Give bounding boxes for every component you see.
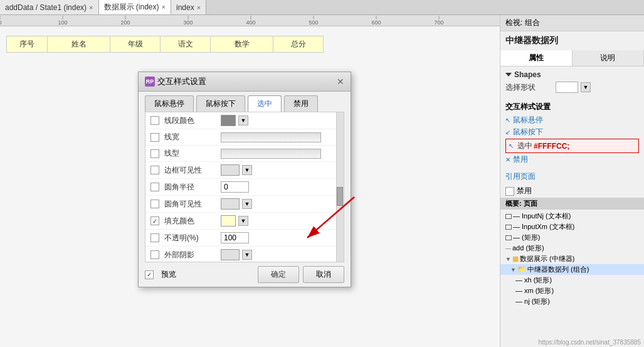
tab-close-datashow[interactable]: ×	[162, 3, 166, 11]
shape-select-label: 选择形状	[505, 82, 556, 93]
dialog-body: 线段颜色 ▼ 线宽	[145, 112, 344, 262]
tree-item-add[interactable]: — add (矩形)	[500, 243, 644, 254]
tree-label-inputxm: — InputXm (文本框)	[513, 222, 574, 232]
dialog-row-line-color: 线段颜色 ▼	[145, 112, 344, 129]
checkbox-line-style[interactable]	[150, 149, 159, 158]
dropdown-line-color[interactable]: ▼	[238, 115, 248, 125]
dialog-row-opacity: 不透明(%)	[145, 230, 344, 247]
folder-icon-relay: 📁	[517, 265, 526, 274]
fill-color-box[interactable]	[221, 215, 236, 227]
tree-expand-relay: ▼	[510, 267, 516, 273]
dialog-row-line-style: 线型	[145, 146, 344, 162]
ruler-top: 0 100 200 300 400 500 600 700	[0, 15, 500, 26]
panel-tab-description[interactable]: 说明	[573, 50, 645, 66]
checkbox-line-color[interactable]	[150, 116, 159, 125]
interact-selected-label: 选中	[517, 141, 532, 151]
tree-item-inputnj[interactable]: — InputNj (文本框)	[500, 211, 644, 222]
shapes-section: Shapes 选择形状 ▼	[500, 67, 644, 99]
checkbox-corner-radius[interactable]	[150, 183, 159, 191]
tab-selected[interactable]: 选中	[248, 95, 282, 112]
tree-item-relay[interactable]: ▼ 📁 中继器数据列 (组合)	[500, 264, 644, 275]
interact-disabled[interactable]: ✕ 禁用	[505, 154, 639, 165]
checkbox-disabled[interactable]	[505, 187, 514, 196]
checkbox-opacity[interactable]	[150, 233, 159, 242]
tab-mouse-hover[interactable]: 鼠标悬停	[145, 95, 194, 112]
interact-mouse-hover[interactable]: ↖ 鼠标悬停	[505, 115, 639, 125]
interact-mouse-down[interactable]: ↙ 鼠标按下	[505, 127, 639, 137]
tree-item-nj[interactable]: — nj (矩形)	[500, 296, 644, 307]
tree-expand-add: —	[505, 245, 511, 252]
tab-disabled[interactable]: 禁用	[284, 95, 318, 112]
tree-section: — InputNj (文本框) — InputXm (文本框) — (矩形) —…	[500, 210, 644, 347]
tab-close-adddata[interactable]: ×	[89, 4, 93, 11]
corner-radius-input[interactable]	[221, 181, 249, 193]
disabled-label: 禁用	[517, 186, 532, 196]
tab-mouse-down[interactable]: 鼠标按下	[196, 95, 245, 112]
tree-label-relay: 中继器数据列 (组合)	[527, 265, 589, 274]
interact-style-title: 交互样式设置	[505, 102, 639, 112]
tree-item-xm[interactable]: — xm (矩形)	[500, 286, 644, 296]
ref-page-label[interactable]: 引用页面	[505, 172, 536, 181]
watermark: https://blog.csdn.net/sinat_37835885	[539, 339, 641, 346]
shape-dropdown-arrow[interactable]: ▼	[581, 82, 591, 92]
tab-close-index[interactable]: ×	[197, 4, 201, 11]
dialog-close-button[interactable]: ✕	[337, 77, 344, 87]
dropdown-shadow[interactable]: ▼	[242, 250, 252, 260]
cancel-button[interactable]: 取消	[303, 266, 344, 283]
checkbox-preview[interactable]	[145, 270, 154, 279]
interact-disabled-label: 禁用	[513, 154, 528, 165]
panel-tabs: 属性 说明	[500, 50, 644, 67]
dialog-scrollbar[interactable]	[336, 112, 344, 262]
tree-item-rect[interactable]: — (矩形)	[500, 232, 644, 243]
checkbox-border-visible[interactable]	[150, 166, 159, 174]
checkbox-corner-visible[interactable]	[150, 200, 159, 208]
label-shadow: 外部阴影	[164, 250, 221, 260]
line-style-input[interactable]	[221, 149, 321, 159]
dialog-logo: RP	[145, 77, 155, 87]
color-box-line[interactable]	[221, 115, 236, 126]
tree-item-inputxm[interactable]: — InputXm (文本框)	[500, 222, 644, 232]
tree-label-xh: — xh (矩形)	[515, 275, 552, 285]
interact-icon-down: ↙	[505, 129, 510, 136]
label-line-color: 线段颜色	[164, 115, 221, 126]
tree-label-add: add (矩形)	[512, 243, 544, 253]
control-fill-color: ▼	[221, 215, 339, 227]
tree-item-xh[interactable]: — xh (矩形)	[500, 275, 644, 286]
dialog-scrollbar-thumb[interactable]	[337, 187, 343, 206]
rect-icon-inputxm	[505, 225, 512, 230]
dropdown-fill-color[interactable]: ▼	[238, 216, 248, 226]
tree-item-datashow[interactable]: ▼ ▦ 数据展示 (中继器)	[500, 254, 644, 264]
checkbox-fill-color[interactable]	[150, 216, 159, 225]
shapes-label: Shapes	[514, 70, 541, 79]
panel-tab-properties[interactable]: 属性	[500, 50, 573, 66]
dialog-title: 交互样式设置	[157, 76, 206, 87]
dialog-row-corner-radius: 圆角半径	[145, 179, 344, 196]
border-visible-box[interactable]	[221, 164, 240, 176]
canvas-area: 0 100 200 300 400 500 600 700 序号 姓名 年级 语…	[0, 15, 500, 347]
tree-label-rect: — (矩形)	[513, 233, 540, 242]
control-shadow: ▼	[221, 249, 339, 260]
tab-index[interactable]: index ×	[171, 0, 206, 14]
control-line-width	[221, 132, 339, 142]
dropdown-border-visible[interactable]: ▼	[242, 165, 252, 175]
label-border-visible: 边框可见性	[164, 165, 221, 176]
line-width-input[interactable]	[221, 132, 321, 142]
shadow-box[interactable]	[221, 249, 240, 260]
interact-selected[interactable]: ↖ 选中 #FFFFCC;	[505, 139, 639, 153]
dialog-row-line-width: 线宽	[145, 129, 344, 146]
preview-section: 预览	[145, 269, 176, 280]
col-num-header: 序号	[7, 36, 48, 53]
tabs-bar: addData / State1 (index) × 数据展示 (index) …	[0, 0, 644, 15]
ok-button[interactable]: 确定	[258, 266, 299, 283]
opacity-input[interactable]	[221, 232, 249, 243]
tab-adddata[interactable]: addData / State1 (index) ×	[0, 0, 99, 14]
right-panel-header-label: 检视: 组合	[505, 18, 540, 28]
dialog-row-shadow: 外部阴影 ▼	[145, 247, 344, 262]
corner-visible-box[interactable]	[221, 198, 240, 210]
tab-datashoew[interactable]: 数据展示 (index) ×	[99, 0, 171, 14]
dropdown-corner-visible[interactable]: ▼	[242, 199, 252, 209]
checkbox-line-width[interactable]	[150, 133, 159, 142]
checkbox-shadow[interactable]	[150, 250, 159, 259]
dialog-row-border-visible: 边框可见性 ▼	[145, 162, 344, 179]
col-grade-header: 年级	[110, 36, 161, 53]
